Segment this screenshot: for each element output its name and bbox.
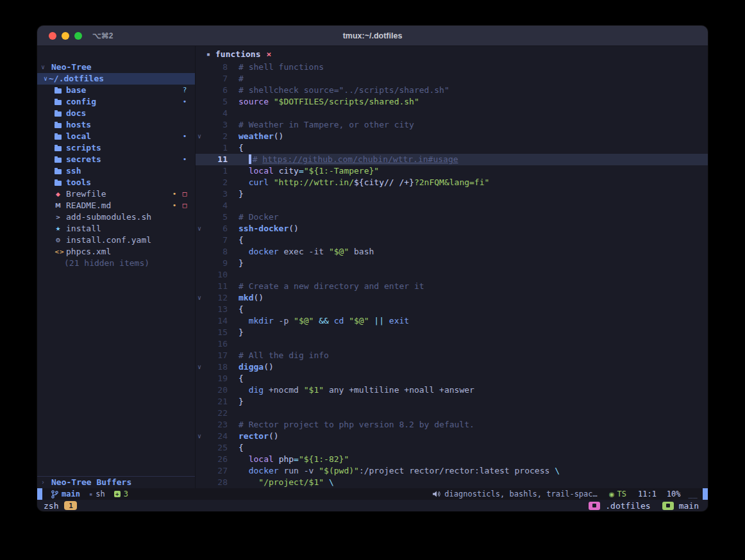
tmux-right: .dotfiles main bbox=[589, 501, 708, 511]
tmux-window-name[interactable]: zsh bbox=[44, 501, 58, 511]
fold-chevron-icon[interactable]: ∨ bbox=[196, 223, 205, 235]
tree-item-hosts[interactable]: hosts bbox=[37, 119, 195, 131]
code-text: { bbox=[239, 235, 244, 246]
line-number: 19 bbox=[205, 373, 228, 384]
code-line[interactable]: ∨6ssh-docker() bbox=[196, 223, 708, 235]
folder-icon bbox=[54, 88, 62, 94]
code-line[interactable]: ∨12mkd() bbox=[196, 292, 708, 304]
code-line[interactable]: ∨2weather() bbox=[196, 131, 708, 142]
code-line[interactable]: 11# Create a new directory and enter it bbox=[196, 281, 708, 292]
code-line[interactable]: 5source "$DOTFILES/scripts/shared.sh" bbox=[196, 96, 708, 108]
code-line[interactable]: 25{ bbox=[196, 442, 708, 454]
code-line[interactable]: 8 docker exec -it "$@" bash bbox=[196, 246, 708, 258]
traffic-lights bbox=[49, 32, 82, 40]
code-line[interactable]: 6# shellcheck source="../scripts/shared.… bbox=[196, 85, 708, 96]
code-line[interactable]: 7{ bbox=[196, 235, 708, 246]
code-token: "$@" bbox=[294, 316, 314, 325]
code-text: { bbox=[239, 304, 244, 315]
code-token bbox=[274, 454, 279, 464]
code-line[interactable]: 28 "/project/$1" \ bbox=[196, 477, 708, 488]
code-line[interactable]: 4 bbox=[196, 108, 708, 119]
code-line[interactable]: 9} bbox=[196, 258, 708, 269]
tree-item-phpcs-xml[interactable]: <>phpcs.xml bbox=[37, 246, 195, 258]
line-number: 9 bbox=[205, 258, 228, 269]
code-line[interactable]: 26 local php="${1:-82}" bbox=[196, 454, 708, 465]
code-line[interactable]: 1 local city="${1:-Tampere}" bbox=[196, 165, 708, 177]
code-text: # Docker bbox=[239, 211, 279, 223]
tree-item-scripts[interactable]: scripts bbox=[37, 142, 195, 154]
zoom-button[interactable] bbox=[74, 32, 82, 40]
fold-chevron-icon[interactable]: ∨ bbox=[196, 361, 205, 373]
code-token: # bbox=[239, 74, 244, 83]
line-number: 1 bbox=[205, 142, 228, 154]
code-line-current[interactable]: 11 # https://github.com/chubin/wttr.in#u… bbox=[196, 154, 708, 165]
tree-item-ssh[interactable]: ssh bbox=[37, 165, 195, 177]
tree-item-local[interactable]: local• bbox=[37, 131, 195, 142]
tree-item-add-submodules-sh[interactable]: >add-submodules.sh bbox=[37, 211, 195, 223]
code-line[interactable]: 5# Docker bbox=[196, 211, 708, 223]
line-number: 25 bbox=[205, 442, 228, 454]
folder-icon bbox=[54, 169, 62, 174]
tree-item-install[interactable]: ★install bbox=[37, 223, 195, 235]
lsp-announce-icon bbox=[432, 490, 440, 498]
code-token: dig bbox=[249, 385, 264, 395]
lsp-servers-list: diagnosticls, bashls, trail-spac… bbox=[444, 490, 597, 498]
tree-item-secrets[interactable]: secrets• bbox=[37, 154, 195, 165]
code-text: # bbox=[239, 73, 244, 85]
tree-item-base[interactable]: base? bbox=[37, 85, 195, 96]
fold-chevron-icon[interactable]: ∨ bbox=[196, 131, 205, 142]
code-line[interactable]: 27 docker run -v "$(pwd)":/project recto… bbox=[196, 465, 708, 477]
tree-item-brewfile[interactable]: ◆Brewfile•□ bbox=[37, 188, 195, 200]
tab-functions[interactable]: functions bbox=[215, 49, 260, 59]
window-titlebar[interactable]: ⌥⌘2 tmux:~/.dotfiles bbox=[37, 26, 708, 46]
code-line[interactable]: 8# shell functions bbox=[196, 62, 708, 73]
fold-chevron-icon[interactable]: ∨ bbox=[196, 292, 205, 304]
close-button[interactable] bbox=[49, 32, 56, 40]
code-line[interactable]: 21} bbox=[196, 396, 708, 408]
neotree-buffers-header[interactable]: › Neo-Tree Buffers bbox=[37, 477, 195, 488]
tab-close-icon[interactable]: × bbox=[266, 49, 271, 59]
code-line[interactable]: 22 bbox=[196, 408, 708, 419]
code-line[interactable]: 19{ bbox=[196, 373, 708, 384]
code-token: { bbox=[239, 443, 244, 452]
code-line[interactable]: 16 bbox=[196, 338, 708, 350]
neotree-buffers-section: › Neo-Tree Buffers bbox=[37, 476, 195, 488]
code-token: } bbox=[239, 397, 244, 406]
code-line[interactable]: 10 bbox=[196, 269, 708, 281]
code-line[interactable]: 17# All the dig info bbox=[196, 350, 708, 361]
url-link[interactable]: https://github.com/chubin/wttr.in#usage bbox=[262, 154, 458, 164]
git-status-badge: • bbox=[180, 131, 190, 142]
code-line[interactable]: 1{ bbox=[196, 142, 708, 154]
code-line[interactable]: 20 dig +nocmd "$1" any +multiline +noall… bbox=[196, 384, 708, 396]
code-line[interactable]: 2 curl "http://wttr.in/${city// /+}?2nFQ… bbox=[196, 177, 708, 188]
code-line[interactable]: 3# Weather in Tampere, or other city bbox=[196, 119, 708, 131]
tree-root-dotfiles[interactable]: ∨ ~/.dotfiles bbox=[37, 73, 195, 85]
fold-chevron-icon[interactable]: ∨ bbox=[196, 431, 205, 442]
tree-item-label: README.md bbox=[66, 200, 111, 211]
tree-item-docs[interactable]: docs bbox=[37, 108, 195, 119]
minimize-button[interactable] bbox=[62, 32, 69, 40]
code-line[interactable]: ∨18digga() bbox=[196, 361, 708, 373]
fold-column bbox=[196, 96, 205, 108]
code-line[interactable]: 4 bbox=[196, 200, 708, 211]
line-number: 12 bbox=[205, 292, 228, 304]
fold-column bbox=[196, 246, 205, 258]
tree-item-config[interactable]: config• bbox=[37, 96, 195, 108]
code-line[interactable]: 3} bbox=[196, 188, 708, 200]
code-line[interactable]: 15} bbox=[196, 327, 708, 338]
markdown-icon: M bbox=[54, 202, 62, 209]
code-line[interactable]: 14 mkdir -p "$@" && cd "$@" || exit bbox=[196, 315, 708, 327]
code-line[interactable]: 7# bbox=[196, 73, 708, 85]
code-line[interactable]: 13{ bbox=[196, 304, 708, 315]
code-line[interactable]: ∨24rector() bbox=[196, 431, 708, 442]
neotree-header[interactable]: ∨ Neo-Tree bbox=[37, 62, 195, 73]
tree-item-tools[interactable]: tools bbox=[37, 177, 195, 188]
folder-icon bbox=[54, 123, 62, 128]
tree-item-install-conf-yaml[interactable]: ⚙install.conf.yaml bbox=[37, 235, 195, 246]
code-line[interactable]: 23# Rector project to php version 8.2 by… bbox=[196, 419, 708, 431]
tree-item-readme-md[interactable]: MREADME.md•□ bbox=[37, 200, 195, 211]
code-token: run -v bbox=[279, 466, 319, 475]
tmux-window-index-badge[interactable]: 1 bbox=[64, 501, 77, 510]
git-status-badge: • bbox=[180, 96, 190, 108]
file-square-icon: ▪ bbox=[89, 491, 92, 497]
